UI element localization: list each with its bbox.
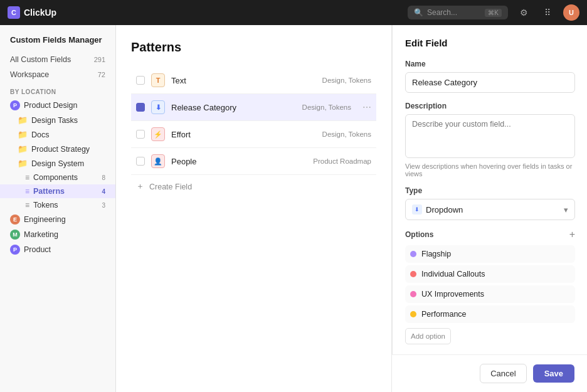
sidebar-workspace[interactable]: Workspace 72 [0,67,115,82]
folder-icon: 📁 [18,144,28,154]
topbar-left: C ClickUp [8,6,56,19]
search-placeholder: Search... [427,8,457,17]
product-strategy-label: Product Strategy [31,145,90,154]
sidebar-item-patterns[interactable]: ≡ Patterns 4 [0,184,115,198]
field-tags: Design, Tokens [302,103,351,111]
patterns-label: Patterns [33,187,65,196]
cancel-button[interactable]: Cancel [480,364,526,383]
row-checkbox[interactable] [136,130,145,139]
edit-panel-wrapper: Edit Field Name Description View descrip… [391,25,587,392]
fields-table: T Text Design, Tokens ⬇ Release Category… [131,67,376,198]
search-bar[interactable]: 🔍 Search... ⌘K [408,6,508,19]
option-label: Performance [421,310,467,319]
all-custom-fields-count: 291 [94,56,105,63]
type-icon-people: 👤 [151,154,165,168]
type-value: Dropdown [426,205,463,215]
design-tasks-label: Design Tasks [31,116,78,125]
edit-panel: Edit Field Name Description View descrip… [392,25,587,354]
engineering-badge: E [10,215,20,225]
type-icon-effort: ⚡ [151,127,165,141]
sidebar-item-marketing[interactable]: M Marketing [0,227,115,242]
list-item[interactable]: Flagship [405,245,575,263]
table-row[interactable]: ⬇ Release Category Design, Tokens ⋯ [131,94,376,121]
content-area: Patterns T Text Design, Tokens ⬇ Release… [116,25,391,392]
options-label: Options [405,230,433,239]
option-label: Flagship [421,250,451,258]
panel-footer: Cancel Save [392,354,587,392]
table-row[interactable]: T Text Design, Tokens [131,67,376,94]
sidebar-item-components[interactable]: ≡ Components 8 [0,171,115,184]
save-button[interactable]: Save [533,364,574,383]
search-icon: 🔍 [414,8,423,17]
notifications-icon[interactable]: ⚙ [516,4,532,21]
list-item[interactable]: Performance [405,305,575,323]
sidebar: Custom Fields Manager All Custom Fields … [0,25,116,392]
option-color-dot [410,311,416,317]
field-name: Effort [171,130,316,139]
options-header: Options + [405,229,575,240]
list-item[interactable]: UX Improvements [405,285,575,303]
product-design-label: Product Design [24,101,77,110]
sidebar-item-tokens[interactable]: ≡ Tokens 3 [0,198,115,212]
docs-label: Docs [31,130,49,139]
field-name: Release Category [171,103,296,112]
by-location-label: BY LOCATION [0,82,115,98]
option-label: Individual Callouts [421,270,485,278]
search-shortcut: ⌘K [485,9,502,17]
description-textarea[interactable] [405,114,575,158]
add-option-plus-icon[interactable]: + [569,229,575,240]
components-count: 8 [102,174,105,181]
edit-panel-title: Edit Field [405,38,575,48]
type-select[interactable]: ⬇ Dropdown ▾ [405,199,575,220]
row-checkbox[interactable] [136,157,145,166]
app-logo[interactable]: C ClickUp [8,6,56,19]
chevron-down-icon: ▾ [564,205,568,215]
type-field-label: Type [405,186,575,195]
sidebar-item-design-tasks[interactable]: 📁 Design Tasks [0,113,115,127]
product-badge: P [10,245,20,255]
logo-icon: C [8,6,20,19]
create-field-row[interactable]: ＋ Create Field [131,175,376,198]
row-options-icon[interactable]: ⋯ [362,102,371,112]
create-field-plus-icon: ＋ [136,181,144,192]
marketing-badge: M [10,230,20,240]
content-title: Patterns [131,40,376,55]
sidebar-item-docs[interactable]: 📁 Docs [0,127,115,142]
tokens-label: Tokens [33,201,58,209]
list-colored-icon: ≡ [25,187,29,196]
create-field-label: Create Field [149,183,192,191]
sidebar-item-engineering[interactable]: E Engineering [0,212,115,227]
sidebar-all-custom-fields[interactable]: All Custom Fields 291 [0,52,115,67]
main-layout: Custom Fields Manager All Custom Fields … [0,25,587,392]
add-option-button[interactable]: Add option [405,328,451,344]
field-tags: Design, Tokens [322,77,371,84]
table-row[interactable]: 👤 People Product Roadmap [131,148,376,175]
field-tags: Product Roadmap [313,157,371,165]
folder-icon: 📁 [18,115,28,125]
name-input[interactable] [405,72,575,93]
sidebar-item-design-system[interactable]: 📁 Design System [0,156,115,171]
sidebar-item-product-design[interactable]: P Product Design [0,98,115,113]
topbar-right: 🔍 Search... ⌘K ⚙ ⠿ U [408,4,579,21]
sidebar-item-product[interactable]: P Product [0,242,115,257]
row-checkbox[interactable] [136,76,145,85]
app-name: ClickUp [24,8,56,18]
option-color-dot [410,251,416,257]
avatar[interactable]: U [563,4,579,21]
folder-icon: 📁 [18,130,28,139]
table-row[interactable]: ⚡ Effort Design, Tokens [131,121,376,148]
sidebar-item-product-strategy[interactable]: 📁 Product Strategy [0,142,115,156]
list-item[interactable]: Individual Callouts [405,265,575,283]
field-name: Text [171,76,316,85]
sidebar-title: Custom Fields Manager [0,35,115,52]
type-select-inner: ⬇ Dropdown [412,204,463,215]
field-tags: Design, Tokens [322,130,371,138]
grid-icon[interactable]: ⠿ [539,4,556,21]
row-checkbox[interactable] [136,103,145,112]
name-field-label: Name [405,60,575,68]
components-label: Components [33,173,78,182]
engineering-label: Engineering [24,215,66,224]
design-system-label: Design System [31,159,84,168]
field-name: People [171,157,307,166]
marketing-label: Marketing [24,230,58,239]
